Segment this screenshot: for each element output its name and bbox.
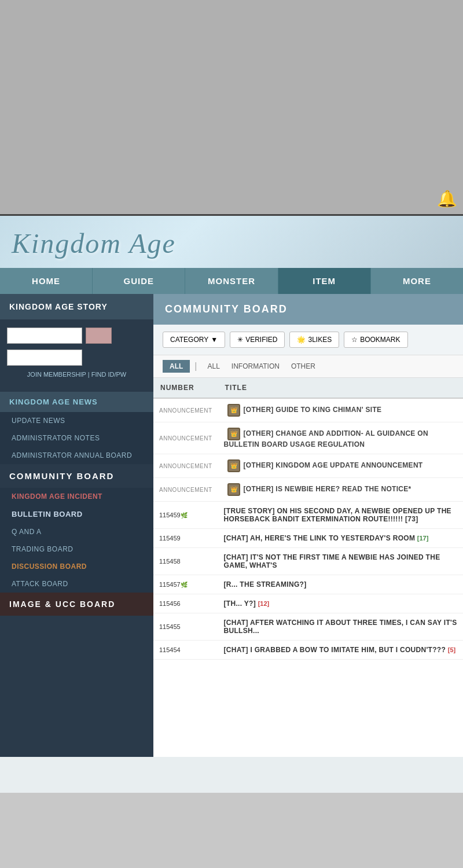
password-input[interactable] (7, 350, 82, 366)
post-title-cell[interactable]: [TRUE STORY] ON HIS SECOND DAY, A NEWBIE… (218, 502, 463, 529)
main-container: Kingdom Age HOME GUIDE MONSTER ITEM MORE… (0, 214, 463, 793)
post-title-cell[interactable]: [CHAT] AFTER WATCHING IT ABOUT THREE TIM… (218, 613, 463, 641)
sidebar-story-header: KINGDOM AGE STORY (0, 294, 153, 319)
table-row[interactable]: 115455[CHAT] AFTER WATCHING IT ABOUT THR… (153, 613, 463, 641)
join-text[interactable]: JOIN MEMBERSHIP | FIND ID/PW (7, 369, 146, 384)
sidebar: KINGDOM AGE STORY JOIN MEMBERSHIP | FIND… (0, 294, 153, 757)
main-content: COMMUNITY BOARD CATEGORY ▼ ✳ VERIFIED 🌟 … (153, 294, 463, 757)
verified-filter-btn[interactable]: ✳ VERIFIED (230, 332, 285, 348)
likes-icon: 🌟 (297, 336, 306, 344)
nav-guide[interactable]: GUIDE (93, 268, 185, 294)
nav-bar: HOME GUIDE MONSTER ITEM MORE (0, 268, 463, 294)
table-header-row: NUMBER TITLE (153, 378, 463, 398)
sidebar-item-trading-board[interactable]: TRADING BOARD (0, 540, 153, 558)
post-title-cell[interactable]: [CHAT] IT'S NOT THE FIRST TIME A NEWBIE … (218, 548, 463, 575)
tab-separator: | (190, 361, 201, 372)
post-number-cell: 115459 (153, 529, 218, 548)
sidebar-item-qa[interactable]: Q AND A (0, 523, 153, 540)
post-title: [OTHER] IS NEWBIE HERE? READ THE NOTICE* (244, 485, 411, 493)
filter-bar: CATEGORY ▼ ✳ VERIFIED 🌟 3LIKES ☆ BOOKMAR… (153, 325, 463, 355)
post-title: [OTHER] CHANGE AND ADDITION- AL GUIDANCE… (224, 429, 428, 448)
sidebar-item-update-news[interactable]: UPDATE NEWS (0, 412, 153, 429)
tab-all-button[interactable]: ALL (163, 360, 190, 373)
table-row[interactable]: ANNOUNCEMENT👑[OTHER] GUIDE TO KING CHIMA… (153, 398, 463, 422)
username-input[interactable] (7, 328, 82, 344)
tab-bar: ALL | ALL INFORMATION OTHER (153, 355, 463, 378)
logo-text: Kingdom Age (12, 227, 176, 259)
table-row[interactable]: 115456[TH... Y?] [12] (153, 594, 463, 613)
post-title: [CHAT] I GRABBED A BOW TO IMITATE HIM, B… (224, 646, 448, 654)
category-filter-btn[interactable]: CATEGORY ▼ (163, 332, 225, 348)
tab-other[interactable]: OTHER (285, 360, 321, 373)
category-dropdown-icon: ▼ (211, 336, 218, 344)
post-title: [TRUE STORY] ON HIS SECOND DAY, A NEWBIE… (224, 507, 451, 523)
sidebar-news-header: KINGDOM AGE NEWS (0, 392, 153, 412)
sidebar-item-bulletin-board[interactable]: BULLETIN BOARD (0, 505, 153, 523)
post-number-cell: ANNOUNCEMENT (153, 398, 218, 422)
post-number-cell: ANNOUNCEMENT (153, 422, 218, 454)
col-number: NUMBER (153, 378, 218, 398)
tab-all[interactable]: ALL (201, 360, 225, 373)
verified-icon: ✳ (237, 336, 243, 344)
post-title: [CHAT] IT'S NOT THE FIRST TIME A NEWBIE … (224, 553, 440, 569)
nav-home[interactable]: HOME (0, 268, 93, 294)
tab-information[interactable]: INFORMATION (226, 360, 285, 373)
likes-filter-btn[interactable]: 🌟 3LIKES (289, 332, 339, 348)
post-title-cell[interactable]: [R... THE STREAMING?] (218, 575, 463, 594)
post-title-cell[interactable]: [TH... Y?] [12] (218, 594, 463, 613)
sidebar-item-discussion-board[interactable]: DISCUSSION BOARD (0, 558, 153, 575)
nav-item[interactable]: ITEM (278, 268, 371, 294)
post-title: [R... THE STREAMING?] (224, 580, 307, 589)
sidebar-community-header: COMMUNITY BOARD (0, 464, 153, 488)
post-number-cell: 115456 (153, 594, 218, 613)
post-number-cell: 115459🌿 (153, 502, 218, 529)
post-number-cell: ANNOUNCEMENT (153, 478, 218, 502)
post-number-cell: 115454 (153, 641, 218, 660)
top-icon: 🔔 (437, 189, 457, 208)
sidebar-image-ucc-header: IMAGE & UCC BOARD (0, 593, 153, 616)
board-title: COMMUNITY BOARD (153, 294, 463, 325)
post-number-cell: 115457🌿 (153, 575, 218, 594)
board-table: NUMBER TITLE ANNOUNCEMENT👑[OTHER] GUIDE … (153, 378, 463, 660)
post-title-cell[interactable]: 👑[OTHER] CHANGE AND ADDITION- AL GUIDANC… (218, 422, 463, 454)
sidebar-item-admin-notes[interactable]: ADMINISTRATOR NOTES (0, 429, 153, 447)
post-title-cell[interactable]: 👑[OTHER] IS NEWBIE HERE? READ THE NOTICE… (218, 478, 463, 502)
post-title: [TH... Y?] (224, 599, 258, 608)
post-number-cell: ANNOUNCEMENT (153, 454, 218, 478)
col-title: TITLE (218, 378, 463, 398)
table-row[interactable]: 115458[CHAT] IT'S NOT THE FIRST TIME A N… (153, 548, 463, 575)
bookmark-filter-btn[interactable]: ☆ BOOKMARK (344, 332, 407, 348)
table-row[interactable]: ANNOUNCEMENT👑[OTHER] KINGDOM AGE UPDATE … (153, 454, 463, 478)
post-title: [OTHER] KINGDOM AGE UPDATE ANNOUNCEMENT (244, 461, 423, 469)
content-layout: KINGDOM AGE STORY JOIN MEMBERSHIP | FIND… (0, 294, 463, 757)
table-row[interactable]: 115454[CHAT] I GRABBED A BOW TO IMITATE … (153, 641, 463, 660)
post-title-cell[interactable]: 👑[OTHER] GUIDE TO KING CHIMAN' SITE (218, 398, 463, 422)
post-title-cell[interactable]: [CHAT] AH, HERE'S THE LINK TO YESTERDAY'… (218, 529, 463, 548)
logo-bar: Kingdom Age (0, 216, 463, 268)
sidebar-login-area: JOIN MEMBERSHIP | FIND ID/PW (0, 319, 153, 392)
sidebar-item-attack-board[interactable]: ATTACK BOARD (0, 575, 153, 593)
post-title: [CHAT] AFTER WATCHING IT ABOUT THREE TIM… (224, 619, 457, 635)
nav-more[interactable]: MORE (371, 268, 463, 294)
category-label: CATEGORY (170, 336, 208, 344)
table-row[interactable]: 115459🌿[TRUE STORY] ON HIS SECOND DAY, A… (153, 502, 463, 529)
verified-label: VERIFIED (245, 336, 277, 344)
post-number-cell: 115458 (153, 548, 218, 575)
top-gray-area: 🔔 (0, 0, 463, 214)
post-title: [OTHER] GUIDE TO KING CHIMAN' SITE (244, 406, 382, 414)
sidebar-item-kingdom-incident[interactable]: KINGDOM AGE INCIDENT (0, 488, 153, 505)
nav-monster[interactable]: MONSTER (185, 268, 278, 294)
post-title-cell[interactable]: [CHAT] I GRABBED A BOW TO IMITATE HIM, B… (218, 641, 463, 660)
table-row[interactable]: ANNOUNCEMENT👑[OTHER] IS NEWBIE HERE? REA… (153, 478, 463, 502)
bookmark-icon: ☆ (351, 336, 358, 344)
table-row[interactable]: 115457🌿[R... THE STREAMING?] (153, 575, 463, 594)
table-row[interactable]: ANNOUNCEMENT👑[OTHER] CHANGE AND ADDITION… (153, 422, 463, 454)
login-button[interactable] (86, 328, 112, 344)
table-row[interactable]: 115459[CHAT] AH, HERE'S THE LINK TO YEST… (153, 529, 463, 548)
bookmark-label: BOOKMARK (360, 336, 400, 344)
post-number-cell: 115455 (153, 613, 218, 641)
post-title: [CHAT] AH, HERE'S THE LINK TO YESTERDAY'… (224, 534, 417, 542)
post-title-cell[interactable]: 👑[OTHER] KINGDOM AGE UPDATE ANNOUNCEMENT (218, 454, 463, 478)
likes-label: 3LIKES (308, 336, 332, 344)
sidebar-item-admin-annual[interactable]: ADMINISTRATOR ANNUAL BOARD (0, 447, 153, 464)
